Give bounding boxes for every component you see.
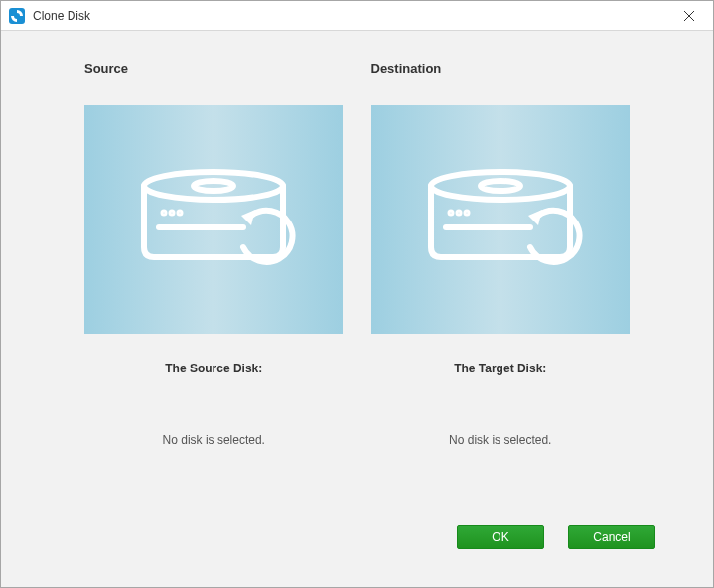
clone-disk-dialog: Clone Disk Source xyxy=(0,0,714,588)
svg-marker-9 xyxy=(241,210,255,225)
cancel-button[interactable]: Cancel xyxy=(568,525,655,549)
source-disk-tile[interactable] xyxy=(84,105,343,334)
svg-point-3 xyxy=(144,172,283,200)
disk-clone-icon xyxy=(124,158,303,281)
svg-point-7 xyxy=(171,212,174,215)
destination-disk-label: The Target Disk: xyxy=(454,362,546,375)
dialog-content: Source xyxy=(1,31,713,587)
dialog-footer: OK Cancel xyxy=(31,514,683,567)
svg-point-13 xyxy=(449,212,452,215)
svg-point-11 xyxy=(481,181,520,191)
destination-header: Destination xyxy=(371,61,442,75)
columns: Source xyxy=(31,61,683,514)
source-header: Source xyxy=(84,61,128,75)
ok-button[interactable]: OK xyxy=(457,525,544,549)
source-disk-label: The Source Disk: xyxy=(165,362,262,375)
svg-point-15 xyxy=(465,212,468,215)
window-title: Clone Disk xyxy=(33,9,669,23)
svg-point-8 xyxy=(179,212,182,215)
destination-disk-tile[interactable] xyxy=(371,105,630,334)
titlebar: Clone Disk xyxy=(1,1,713,31)
svg-marker-16 xyxy=(528,210,542,225)
app-icon xyxy=(9,8,25,24)
source-disk-status: No disk is selected. xyxy=(163,433,265,447)
svg-point-10 xyxy=(431,172,570,200)
svg-point-6 xyxy=(163,212,166,215)
svg-point-14 xyxy=(457,212,460,215)
destination-column: Destination xyxy=(367,61,635,514)
disk-clone-icon xyxy=(411,158,590,281)
svg-point-4 xyxy=(194,181,233,191)
source-column: Source xyxy=(80,61,348,514)
destination-disk-status: No disk is selected. xyxy=(449,433,551,447)
close-button[interactable] xyxy=(669,2,709,30)
